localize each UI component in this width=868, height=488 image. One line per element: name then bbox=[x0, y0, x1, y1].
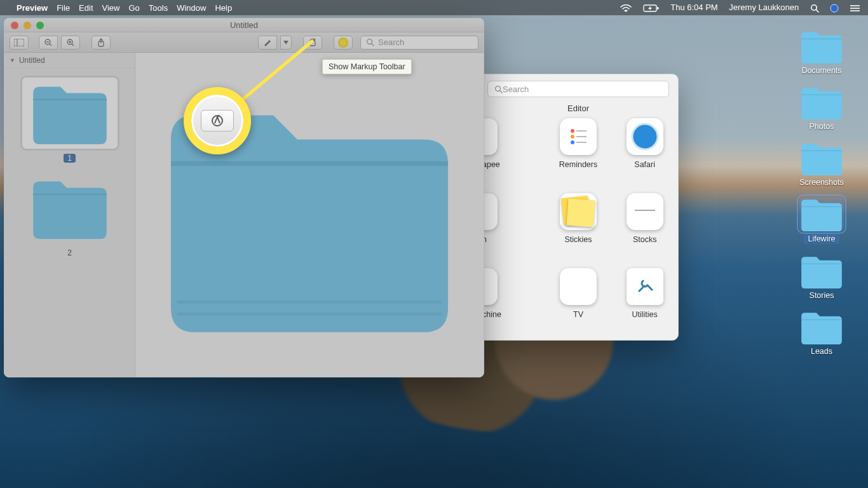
desktop-folder-documents[interactable]: Documents bbox=[787, 29, 857, 75]
app-clipped-2[interactable]: n bbox=[478, 193, 545, 262]
app-stickies[interactable]: Stickies bbox=[545, 193, 612, 262]
svg-point-11 bbox=[850, 8, 851, 9]
svg-point-0 bbox=[625, 11, 627, 12]
preview-search[interactable]: Search bbox=[360, 36, 478, 50]
desktop-folder-lifewire[interactable]: Lifewire bbox=[787, 197, 857, 244]
svg-rect-39 bbox=[310, 41, 315, 46]
rotate-button[interactable] bbox=[303, 36, 322, 50]
menu-tools[interactable]: Tools bbox=[149, 3, 168, 13]
app-clipped-3[interactable]: chine bbox=[478, 268, 545, 337]
wifi-icon[interactable] bbox=[620, 3, 634, 12]
thumbnail-2[interactable]: 2 bbox=[22, 172, 118, 258]
notification-center-icon[interactable] bbox=[850, 3, 860, 12]
apps-search[interactable]: Search bbox=[487, 81, 669, 97]
tv-icon: tv bbox=[560, 268, 597, 305]
highlight-button[interactable] bbox=[258, 36, 277, 50]
preview-toolbar: Search bbox=[4, 32, 484, 53]
clock[interactable]: Thu 6:04 PM bbox=[670, 3, 717, 12]
folder-label: Leads bbox=[811, 347, 832, 356]
svg-line-42 bbox=[372, 44, 374, 46]
stocks-icon bbox=[627, 193, 663, 230]
folder-label: Documents bbox=[801, 66, 841, 75]
desktop-folder-screenshots[interactable]: Screenshots bbox=[787, 141, 857, 187]
battery-icon[interactable] bbox=[643, 3, 662, 12]
svg-point-41 bbox=[367, 39, 372, 44]
svg-marker-38 bbox=[283, 41, 288, 44]
folder-label: Stories bbox=[810, 291, 834, 300]
thumbnail-number: 2 bbox=[67, 248, 72, 257]
menu-file[interactable]: File bbox=[57, 3, 70, 13]
preview-canvas[interactable] bbox=[135, 53, 484, 377]
svg-rect-27 bbox=[14, 39, 24, 46]
window-titlebar[interactable]: Untitled bbox=[4, 18, 484, 32]
app-menu[interactable]: Preview bbox=[17, 3, 48, 13]
menu-edit[interactable]: Edit bbox=[79, 3, 93, 13]
app-label: Reminders bbox=[559, 160, 597, 169]
thumbnail-1[interactable]: 1 bbox=[22, 78, 118, 163]
apps-popover: Search Editor apee Reminders Safari n bbox=[478, 74, 679, 341]
svg-point-10 bbox=[850, 5, 851, 6]
tooltip: Show Markup Toolbar bbox=[322, 59, 412, 74]
app-tv[interactable]: tv TV bbox=[545, 268, 612, 337]
svg-point-17 bbox=[571, 140, 574, 144]
spotlight-icon[interactable] bbox=[810, 3, 822, 12]
menu-bar: Preview File Edit View Go Tools Window H… bbox=[0, 0, 868, 15]
search-icon bbox=[366, 38, 374, 46]
window-title: Untitled bbox=[4, 20, 484, 30]
app-stocks[interactable]: Stocks bbox=[611, 193, 678, 262]
svg-line-31 bbox=[50, 44, 51, 46]
app-label: chine bbox=[482, 310, 501, 319]
app-utilities[interactable]: Utilities bbox=[611, 268, 678, 337]
markup-toolbar-button[interactable] bbox=[334, 36, 353, 50]
sidebar-title: Untitled bbox=[19, 56, 45, 65]
app-reminders[interactable]: Reminders bbox=[545, 118, 612, 187]
svg-line-4 bbox=[816, 10, 818, 12]
folder-label: Lifewire bbox=[804, 234, 839, 244]
svg-rect-2 bbox=[657, 7, 659, 10]
app-label: Utilities bbox=[632, 310, 658, 319]
highlight-dot-icon bbox=[338, 37, 348, 48]
search-icon bbox=[494, 85, 503, 93]
utilities-icon bbox=[627, 268, 663, 305]
zoom-in-button[interactable] bbox=[61, 36, 80, 50]
desktop-folder-photos[interactable]: Photos bbox=[787, 85, 857, 131]
app-clipped-1[interactable]: apee bbox=[478, 118, 545, 187]
app-label: apee bbox=[482, 160, 500, 169]
user-name[interactable]: Jeremy Laukkonen bbox=[729, 3, 799, 12]
desktop-folder-stories[interactable]: Stories bbox=[787, 254, 857, 300]
apps-search-placeholder: Search bbox=[503, 85, 529, 94]
folder-image bbox=[159, 97, 460, 332]
svg-marker-40 bbox=[314, 38, 316, 41]
menu-help[interactable]: Help bbox=[215, 3, 232, 13]
safari-icon bbox=[627, 118, 663, 155]
menu-go[interactable]: Go bbox=[128, 3, 139, 13]
sidebar-toggle-button[interactable] bbox=[10, 36, 29, 50]
menu-window[interactable]: Window bbox=[177, 3, 206, 13]
desktop-folder-leads[interactable]: Leads bbox=[787, 310, 857, 356]
thumbnail-sidebar[interactable]: ▼ Untitled 1 2 bbox=[4, 53, 135, 377]
thumbnail-number: 1 bbox=[64, 154, 76, 163]
highlight-menu-button[interactable] bbox=[280, 36, 292, 50]
sidebar-header[interactable]: ▼ Untitled bbox=[4, 53, 135, 69]
svg-line-35 bbox=[72, 44, 74, 46]
desktop-icons: Documents Photos Screenshots Lifewire St… bbox=[787, 29, 857, 356]
apps-popover-title: Editor bbox=[478, 104, 678, 113]
share-button[interactable] bbox=[92, 36, 111, 50]
disclosure-triangle-icon[interactable]: ▼ bbox=[10, 57, 15, 64]
siri-icon[interactable] bbox=[830, 3, 841, 12]
svg-line-14 bbox=[500, 90, 502, 92]
app-label: Stickies bbox=[564, 235, 592, 244]
search-placeholder: Search bbox=[378, 37, 404, 47]
reminders-icon bbox=[560, 118, 597, 155]
folder-label: Photos bbox=[810, 122, 834, 131]
folder-label: Screenshots bbox=[799, 178, 843, 187]
svg-text:tv: tv bbox=[578, 281, 587, 292]
svg-point-12 bbox=[850, 10, 851, 11]
preview-window: Untitled bbox=[4, 18, 484, 377]
menu-bar-status: Thu 6:04 PM Jeremy Laukkonen bbox=[611, 3, 860, 13]
svg-point-16 bbox=[571, 135, 574, 139]
svg-point-13 bbox=[496, 86, 501, 91]
zoom-out-button[interactable] bbox=[39, 36, 58, 50]
menu-view[interactable]: View bbox=[102, 3, 120, 13]
app-safari[interactable]: Safari bbox=[611, 118, 678, 187]
